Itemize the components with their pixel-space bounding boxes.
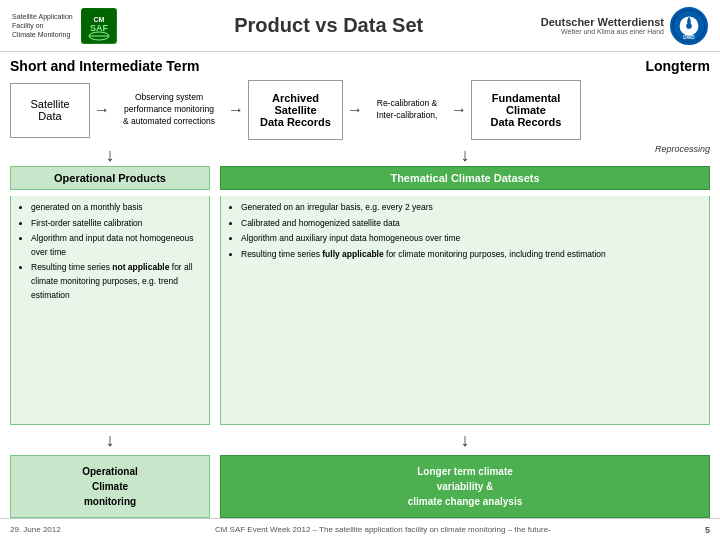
longer-term-label: Longer term climatevariability &climate …	[408, 466, 523, 507]
op-item-4: Resulting time series not applicable for…	[31, 261, 201, 302]
satellite-data-label: SatelliteData	[30, 98, 69, 122]
archived-label: ArchivedSatelliteData Records	[260, 92, 331, 128]
longterm-title: Longterm	[645, 58, 710, 74]
observing-line3: & automated corrections	[123, 116, 215, 126]
op-item-2: First-order satellite calibration	[31, 217, 201, 231]
svg-text:CM: CM	[93, 16, 104, 23]
header-logos-right: Deutscher Wetterdienst Wetter und Klima …	[541, 7, 708, 45]
op-products-body: generated on a monthly basis First-order…	[10, 196, 210, 425]
footer-credit: CM SAF Event Week 2012 – The satellite a…	[61, 525, 705, 534]
down-arrow-left: ↓	[106, 146, 115, 164]
observing-box: Observing system performance monitoring …	[114, 92, 224, 128]
thematic-header: Thematical Climate Datasets	[220, 166, 710, 190]
footer-date: 29. June 2012	[10, 525, 61, 534]
recalib-line1: Re-calibration &	[377, 98, 437, 108]
observing-line1: Observing system	[135, 92, 203, 102]
reprocessing-label: Reprocessing	[655, 144, 710, 154]
left-column: Operational Products generated on a mont…	[10, 166, 210, 518]
svg-point-7	[686, 23, 692, 29]
op-climate-box: OperationalClimatemonitoring	[10, 455, 210, 518]
cmsaf-logo: CM SAF	[81, 8, 117, 44]
footer: 29. June 2012 CM SAF Event Week 2012 – T…	[0, 518, 720, 540]
thematic-body: Generated on an irregular basis, e.g. ev…	[220, 196, 710, 425]
header-logos-left: Satellite Application Facility on Climat…	[12, 8, 117, 44]
op-products-header: Operational Products	[10, 166, 210, 190]
not-applicable-text: not applicable	[112, 262, 169, 272]
arrow-1: →	[94, 101, 110, 119]
thematic-item-3: Algorithm and auxiliary input data homog…	[241, 232, 701, 246]
page-container: Satellite Application Facility on Climat…	[0, 0, 720, 540]
recalib-box: Re-calibration & Inter-calibration,	[367, 98, 447, 122]
dwd-circle-logo: DWD	[670, 7, 708, 45]
arrow-2: →	[228, 101, 244, 119]
fundamental-label: FundamentalClimateData Records	[491, 92, 562, 128]
main-content: Short and Intermediate Term Longterm Sat…	[0, 52, 720, 518]
logo-small-text: Satellite Application Facility on Climat…	[12, 12, 73, 39]
satellite-data-box: SatelliteData	[10, 83, 90, 138]
thematic-item-4: Resulting time series fully applicable f…	[241, 248, 701, 262]
flow-row: SatelliteData → Observing system perform…	[10, 80, 710, 140]
op-climate-label: OperationalClimatemonitoring	[82, 466, 138, 507]
bottom-section: Operational Products generated on a mont…	[10, 166, 710, 518]
dwd-sub: Wetter und Klima aus einer Hand	[561, 28, 664, 35]
arrow-4: →	[451, 101, 467, 119]
recalib-line2: Inter-calibration,	[377, 110, 438, 120]
op-item-1: generated on a monthly basis	[31, 201, 201, 215]
header: Satellite Application Facility on Climat…	[0, 0, 720, 52]
longer-term-box: Longer term climatevariability &climate …	[220, 455, 710, 518]
short-term-title: Short and Intermediate Term	[10, 58, 200, 74]
down-arrow-right: ↓	[461, 146, 470, 164]
thematic-item-2: Calibrated and homogenized satellite dat…	[241, 217, 701, 231]
archived-satellite-box: ArchivedSatelliteData Records	[248, 80, 343, 140]
down-arrow-op-climate: ↓	[10, 431, 210, 449]
dwd-name: Deutscher Wetterdienst	[541, 16, 664, 28]
section-headers: Short and Intermediate Term Longterm	[10, 58, 710, 74]
fundamental-box: FundamentalClimateData Records	[471, 80, 581, 140]
arrow-3: →	[347, 101, 363, 119]
thematic-item-1: Generated on an irregular basis, e.g. ev…	[241, 201, 701, 215]
op-item-3: Algorithm and input data not homogeneous…	[31, 232, 201, 259]
header-title: Product vs Data Set	[117, 14, 541, 37]
observing-line2: performance monitoring	[124, 104, 214, 114]
dwd-logo-text-block: Deutscher Wetterdienst Wetter und Klima …	[541, 16, 664, 35]
fully-applicable-text: fully applicable	[322, 249, 383, 259]
right-column: Thematical Climate Datasets Generated on…	[220, 166, 710, 518]
page-number: 5	[705, 525, 710, 535]
svg-text:SAF: SAF	[90, 23, 109, 33]
cmsaf-icon: CM SAF	[81, 8, 117, 44]
svg-text:DWD: DWD	[683, 35, 695, 40]
down-arrow-longer-term: ↓	[220, 431, 710, 449]
